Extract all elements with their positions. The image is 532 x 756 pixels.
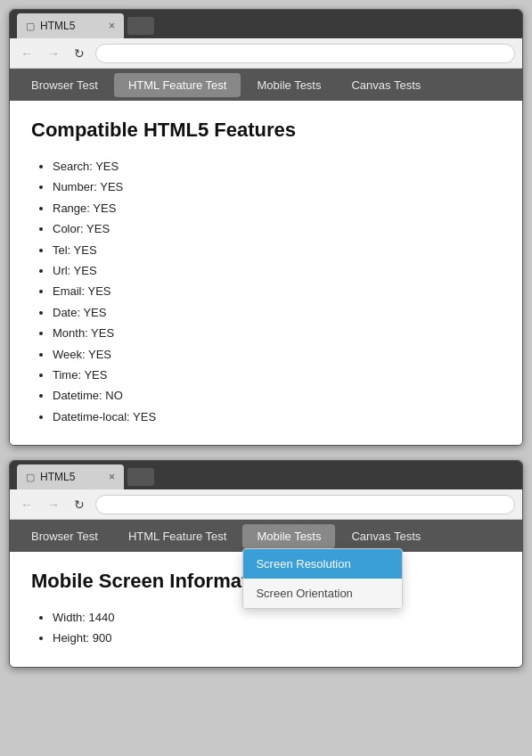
dropdown-item-screen-orientation[interactable]: Screen Orientation [243,579,402,608]
nav-tab-html-feature-2[interactable]: HTML Feature Test [114,524,241,548]
page-heading-1: Compatible HTML5 Features [31,119,501,142]
list-item: Month: YES [53,323,501,343]
list-item: Datetime-local: YES [53,407,501,427]
nav-tab-html-feature-1[interactable]: HTML Feature Test [114,73,241,97]
browser-window-2: ▢ HTML5 × ← → ↻ Browser Test HTML Featur… [9,460,523,668]
list-item: Range: YES [53,198,501,218]
list-item: Search: YES [53,156,501,177]
list-item: Week: YES [53,344,501,365]
address-input-2[interactable] [95,495,515,514]
list-item: Number: YES [53,177,501,197]
browser-window-1: ▢ HTML5 × ← → ↻ Browser Test HTML Featur… [9,9,523,446]
mobile-dropdown: Screen Resolution Screen Orientation [242,548,403,609]
browser-tab-1[interactable]: ▢ HTML5 × [17,13,124,38]
tab-title-1: HTML5 [40,20,75,32]
feature-list-2: Width: 1440 Height: 900 [31,607,501,649]
list-item: Datetime: NO [53,385,501,406]
tab-title-2: HTML5 [40,471,75,483]
tab-new-2[interactable] [127,468,154,486]
list-item: Date: YES [53,302,501,323]
mobile-tab-label: Mobile Tests [257,530,321,543]
list-item: Url: YES [53,260,501,281]
feature-list-1: Search: YES Number: YES Range: YES Color… [31,156,501,427]
nav-tabs-2: Browser Test HTML Feature Test Mobile Te… [10,520,522,552]
nav-tab-canvas-1[interactable]: Canvas Tests [337,73,435,97]
tab-close-1[interactable]: × [109,20,115,32]
dropdown-item-screen-resolution[interactable]: Screen Resolution [243,549,402,579]
list-item: Height: 900 [53,628,501,648]
forward-button-2[interactable]: → [44,496,63,514]
content-area-1: Compatible HTML5 Features Search: YES Nu… [10,101,522,445]
nav-tab-browser-test-1[interactable]: Browser Test [17,73,112,97]
address-bar-1: ← → ↻ [10,38,522,69]
tab-close-2[interactable]: × [109,471,115,483]
list-item: Tel: YES [53,240,501,260]
browser-tab-2[interactable]: ▢ HTML5 × [17,464,124,489]
nav-tab-browser-test-2[interactable]: Browser Test [17,524,112,548]
list-item: Time: YES [53,365,501,385]
tab-new-1[interactable] [127,17,154,35]
nav-tab-canvas-2[interactable]: Canvas Tests [337,524,435,548]
title-bar-2: ▢ HTML5 × [10,461,522,489]
refresh-button-1[interactable]: ↻ [70,45,88,62]
page-icon-1: ▢ [26,21,35,32]
back-button-1[interactable]: ← [17,45,37,62]
title-bar-1: ▢ HTML5 × [10,10,522,38]
list-item: Email: YES [53,281,501,301]
address-bar-2: ← → ↻ [10,489,522,520]
back-button-2[interactable]: ← [17,496,37,514]
nav-tabs-1: Browser Test HTML Feature Test Mobile Te… [10,69,522,101]
refresh-button-2[interactable]: ↻ [70,496,88,514]
nav-tab-mobile-1[interactable]: Mobile Tests [242,73,335,97]
forward-button-1[interactable]: → [44,45,63,62]
list-item: Width: 1440 [53,607,501,628]
page-icon-2: ▢ [26,472,35,483]
list-item: Color: YES [53,218,501,239]
nav-tab-mobile-2[interactable]: Mobile Tests Screen Resolution Screen Or… [242,524,335,548]
address-input-1[interactable] [95,44,515,63]
